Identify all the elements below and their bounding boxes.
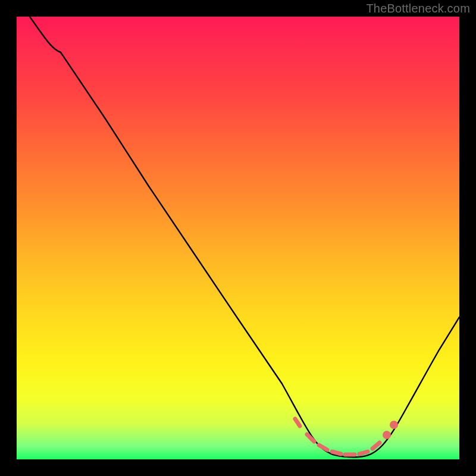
- marker-dash: [319, 445, 327, 450]
- optimum-markers: [17, 17, 459, 459]
- chart-frame: TheBottleneck.com: [0, 0, 476, 476]
- marker-dot: [385, 433, 389, 437]
- marker-dash: [372, 443, 380, 449]
- marker-dash: [332, 452, 341, 454]
- marker-dash: [359, 452, 368, 454]
- marker-group: [295, 419, 396, 455]
- marker-dash: [307, 434, 314, 441]
- plot-area: [17, 17, 459, 459]
- marker-dot: [392, 423, 396, 427]
- marker-dash: [295, 419, 300, 426]
- watermark-label: TheBottleneck.com: [366, 2, 470, 15]
